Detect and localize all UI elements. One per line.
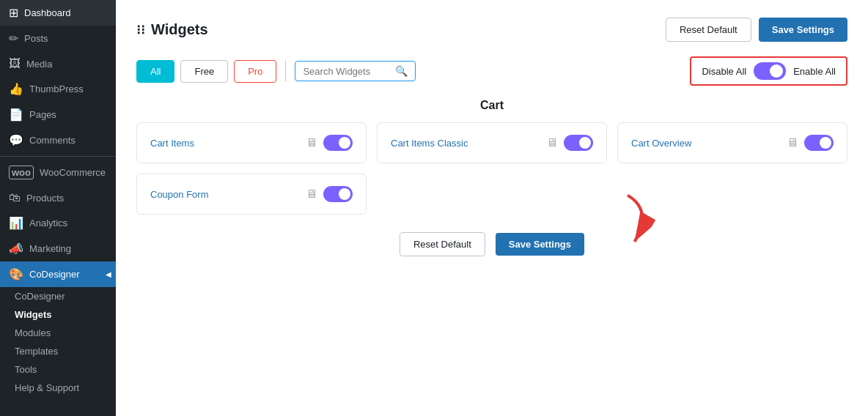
sidebar-item-codesigner[interactable]: 🎨 CoDesigner [0,261,116,287]
widgets-grid-icon: ⁝⁝ [136,22,145,38]
monitor-icon-cart-overview: 🖥 [787,136,798,149]
dashboard-icon: ⊞ [9,6,18,20]
sidebar-item-thumbpress[interactable]: 👍 ThumbPress [0,76,116,102]
widget-card-cart-items: Cart Items 🖥 [136,122,367,163]
woocommerce-icon: woo [9,166,34,179]
widget-grid-row2: Coupon Form 🖥 [136,174,847,215]
sidebar-label-comments: Comments [29,135,76,146]
monitor-icon-cart-items-classic: 🖥 [546,136,558,149]
sidebar-label-pages: Pages [29,109,56,120]
sidebar-label-products: Products [26,193,64,204]
toggle-slider-coupon-form [323,186,353,202]
top-bar: ⁝⁝ Widgets Reset Default Save Settings [136,18,847,42]
save-settings-button-top[interactable]: Save Settings [759,18,847,42]
reset-default-button-bottom[interactable]: Reset Default [400,232,485,256]
thumbpress-icon: 👍 [9,82,23,96]
save-settings-button-bottom[interactable]: Save Settings [496,233,584,256]
search-icon: 🔍 [395,65,408,77]
toggle-coupon-form[interactable] [323,186,353,202]
sidebar-label-analytics: Analytics [29,218,67,229]
sidebar-item-comments[interactable]: 💬 Comments [0,127,116,153]
sidebar-label-dashboard: Dashboard [24,7,71,18]
main-content: ⁝⁝ Widgets Reset Default Save Settings A… [116,0,868,416]
widget-card-cart-items-classic: Cart Items Classic 🖥 [377,122,607,163]
posts-icon: ✏ [9,31,18,45]
disable-all-label: Disable All [702,66,746,77]
filter-pro-button[interactable]: Pro [234,60,276,83]
widget-card-inner-4: Coupon Form [150,189,208,200]
toggle-slider-cart-items [323,135,353,151]
monitor-icon-cart-items: 🖥 [306,136,317,149]
comments-icon: 💬 [9,133,23,147]
sidebar-item-media[interactable]: 🖼 Media [0,51,116,76]
sidebar-divider [0,156,116,157]
sidebar-sub-templates[interactable]: Templates [0,342,116,360]
sidebar-sub-help[interactable]: Help & Support [0,379,116,397]
widget-card-inner-2: Cart Items Classic [391,138,468,149]
widget-card-inner-3: Cart Overview [631,138,691,149]
marketing-icon: 📣 [9,242,23,256]
toggle-cart-items[interactable] [323,135,353,151]
pages-icon: 📄 [9,108,23,122]
search-input[interactable] [303,66,391,77]
widget-name-cart-overview: Cart Overview [631,138,691,149]
widget-card-coupon-form: Coupon Form 🖥 [136,174,367,215]
widget-grid-row1: Cart Items 🖥 Cart Items Classic 🖥 [136,122,847,163]
analytics-icon: 📊 [9,216,23,230]
sidebar-label-media: Media [26,59,52,70]
filter-divider [285,61,286,81]
filter-bar: All Free Pro 🔍 Disable All Enable All [136,56,847,86]
filter-free-button[interactable]: Free [180,60,228,83]
enable-disable-toggle[interactable] [754,62,786,80]
products-icon: 🛍 [9,191,21,204]
reset-default-button-top[interactable]: Reset Default [666,18,751,42]
cart-section-title: Cart [136,99,847,112]
top-actions: Reset Default Save Settings [666,18,847,42]
search-box[interactable]: 🔍 [295,61,416,81]
sidebar-item-pages[interactable]: 📄 Pages [0,102,116,127]
toggle-group: Disable All Enable All [690,56,847,86]
sidebar-item-products[interactable]: 🛍 Products [0,185,116,210]
sidebar: ⊞ Dashboard ✏ Posts 🖼 Media 👍 ThumbPress… [0,0,116,416]
widget-name-coupon-form: Coupon Form [150,189,208,200]
widget-name-cart-items: Cart Items [150,138,194,149]
sidebar-item-marketing[interactable]: 📣 Marketing [0,236,116,261]
sidebar-label-posts: Posts [24,33,48,44]
toggle-slider-cart-overview [804,135,834,151]
sidebar-sub-widgets[interactable]: Widgets [0,305,116,324]
sidebar-item-analytics[interactable]: 📊 Analytics [0,210,116,236]
widget-card-inner: Cart Items [150,138,194,149]
bottom-actions: Reset Default Save Settings [136,232,847,256]
page-title: ⁝⁝ Widgets [136,21,208,38]
sidebar-label-woocommerce: WooCommerce [40,167,106,178]
sidebar-item-dashboard[interactable]: ⊞ Dashboard [0,0,116,26]
sidebar-item-woocommerce[interactable]: woo WooCommerce [0,160,116,185]
toggle-slider [754,62,786,80]
sidebar-item-posts[interactable]: ✏ Posts [0,26,116,51]
sidebar-label-thumbpress: ThumbPress [29,83,84,94]
widget-card-cart-overview: Cart Overview 🖥 [617,122,847,163]
toggle-cart-items-classic[interactable] [564,135,593,151]
sidebar-sub-tools[interactable]: Tools [0,360,116,379]
toggle-cart-overview[interactable] [804,135,834,151]
media-icon: 🖼 [9,57,21,70]
toggle-slider-cart-items-classic [564,135,593,151]
widget-name-cart-items-classic: Cart Items Classic [391,138,468,149]
codesigner-icon: 🎨 [9,267,23,281]
enable-all-label: Enable All [793,66,836,77]
sidebar-label-marketing: Marketing [29,243,71,254]
sidebar-sub-codesigner[interactable]: CoDesigner [0,287,116,305]
sidebar-sub-modules[interactable]: Modules [0,324,116,342]
filter-all-button[interactable]: All [136,60,174,83]
monitor-icon-coupon-form: 🖥 [306,187,317,201]
sidebar-label-codesigner: CoDesigner [29,269,80,280]
